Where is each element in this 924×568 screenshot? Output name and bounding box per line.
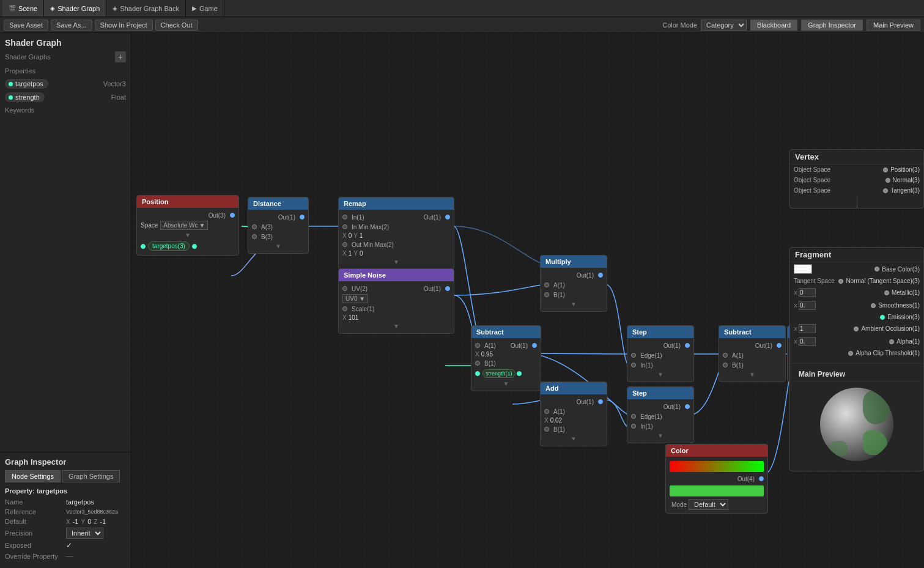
add-b-port[interactable] — [544, 427, 549, 432]
add-node[interactable]: Add Out(1) A(1) X 0.02 B(1) — [540, 382, 607, 446]
remap-expand[interactable]: ▼ — [339, 257, 454, 267]
vertex-port-2[interactable] — [883, 188, 888, 193]
targetpos-chip-label: targetpos(3) — [148, 242, 190, 251]
tab-shader-graph[interactable]: ◈ Shader Graph — [44, 0, 106, 17]
fragment-alpha-field[interactable] — [799, 337, 816, 346]
remap-node[interactable]: Remap In(1) Out(1) In Min Max(2) X 0 — [338, 197, 454, 270]
step1-out-port[interactable] — [685, 343, 690, 348]
step2-in-port[interactable] — [631, 424, 636, 429]
check-out-button[interactable]: Check Out — [155, 20, 198, 31]
sub2-out-port[interactable] — [777, 343, 782, 348]
save-as-button[interactable]: Save As... — [51, 20, 92, 31]
mul1-out-port[interactable] — [598, 273, 603, 278]
sub2-a-port[interactable] — [723, 353, 728, 358]
tab-shader-graph-back[interactable]: ◈ Shader Graph Back — [106, 0, 186, 17]
graph-inspector-button[interactable]: Graph Inspector — [801, 20, 863, 31]
show-in-project-button[interactable]: Show In Project — [95, 20, 153, 31]
subtract2-node[interactable]: Subtract Out(1) A(1) B(1) ▼ — [719, 325, 786, 382]
sub1-out-port[interactable] — [532, 343, 537, 348]
main-preview-button[interactable]: Main Preview — [867, 20, 920, 31]
color-mode-select[interactable]: Category — [701, 20, 747, 31]
mul1-b-port[interactable] — [544, 292, 549, 297]
graph-settings-tab[interactable]: Graph Settings — [62, 470, 120, 482]
gi-precision-select[interactable]: Inherit — [66, 528, 103, 539]
sub1-b-port[interactable] — [475, 361, 480, 366]
add-out-port[interactable] — [598, 399, 603, 404]
color-node[interactable]: Color Out(4) Mode Default — [665, 444, 768, 514]
tab-game[interactable]: ▶ Game — [186, 0, 224, 17]
noise-out-port[interactable] — [445, 286, 450, 291]
sub1-a-port[interactable] — [475, 343, 480, 348]
sub2-b-port[interactable] — [723, 363, 728, 367]
step2-out-port[interactable] — [685, 404, 690, 409]
position-space-dropdown[interactable]: Absolute Wc ▼ — [160, 221, 208, 230]
simple-noise-body: UV(2) Out(1) UV0 ▼ Scale(1) X 101 ▼ — [339, 281, 454, 333]
step2-node[interactable]: Step Out(1) Edge(1) In(1) ▼ — [627, 386, 694, 443]
fragment-port-metallic[interactable] — [884, 290, 889, 295]
strength-chip[interactable]: strength — [5, 92, 45, 102]
targetpos-chip[interactable]: targetpos — [5, 79, 48, 89]
fragment-port-alphaclip[interactable] — [848, 351, 853, 356]
node-settings-tab[interactable]: Node Settings — [5, 470, 61, 482]
multiply1-node[interactable]: Multiply Out(1) A(1) B(1) ▼ — [540, 255, 607, 312]
blackboard-button[interactable]: Blackboard — [750, 20, 797, 31]
distance-b-port[interactable] — [252, 234, 257, 239]
position-expand[interactable]: ▼ — [137, 231, 238, 240]
strength-chip-node[interactable]: strength(1) — [471, 368, 541, 379]
noise-scale-port[interactable] — [342, 306, 347, 311]
step2-expand[interactable]: ▼ — [627, 431, 693, 440]
remap-inminmax-port[interactable] — [342, 224, 347, 229]
position-node[interactable]: Position Out(3) Space Absolute Wc ▼ ▼ — [136, 195, 239, 256]
fragment-port-smooth[interactable] — [871, 303, 876, 308]
mul1-a-port[interactable] — [544, 282, 549, 287]
noise-uv-port[interactable] — [342, 286, 347, 291]
sub1-expand[interactable]: ▼ — [471, 379, 541, 388]
add-shader-graph-button[interactable]: + — [115, 51, 126, 62]
remap-outminmax-port[interactable] — [342, 242, 347, 247]
fragment-port-ao[interactable] — [854, 326, 859, 331]
distance-expand[interactable]: ▼ — [248, 242, 308, 251]
add-a-port[interactable] — [544, 409, 549, 414]
fragment-smooth-field[interactable] — [799, 301, 816, 310]
fragment-port-normal[interactable] — [838, 279, 843, 284]
vertex-port-0[interactable] — [883, 168, 888, 172]
step2-edge-port[interactable] — [631, 414, 636, 419]
fragment-normal-container: Normal (Tangent Space)(3) — [838, 278, 920, 284]
fragment-port-alpha[interactable] — [889, 339, 894, 344]
tab-scene[interactable]: 🎬 Scene — [2, 0, 44, 17]
noise-expand[interactable]: ▼ — [339, 322, 454, 331]
vertex-port-1[interactable] — [885, 178, 890, 183]
remap-out-port[interactable] — [445, 215, 450, 219]
fragment-ao-field[interactable] — [799, 324, 816, 333]
fragment-port-basecolor[interactable] — [874, 267, 879, 271]
color-out-port[interactable] — [759, 476, 764, 481]
fragment-ao-container: Ambient Occlusion(1) — [854, 325, 920, 332]
distance-a-port[interactable] — [252, 224, 257, 229]
targetpos-node-chip[interactable]: targetpos(3) — [137, 240, 238, 253]
fragment-port-emission[interactable] — [880, 315, 885, 320]
position-out-port[interactable] — [230, 213, 235, 218]
distance-out-port[interactable] — [300, 215, 305, 219]
mul1-expand[interactable]: ▼ — [541, 300, 607, 309]
remap-in-port[interactable] — [342, 215, 347, 219]
step1-edge-port[interactable] — [631, 353, 636, 358]
step1-node[interactable]: Step Out(1) Edge(1) In(1) ▼ — [627, 325, 694, 382]
fragment-metallic-field[interactable] — [799, 288, 816, 297]
base-color-swatch[interactable] — [794, 264, 812, 274]
gi-precision-row: Precision Inherit — [5, 528, 126, 539]
step1-in-port[interactable] — [631, 363, 636, 367]
step1-expand[interactable]: ▼ — [627, 370, 693, 379]
subtract1-node[interactable]: Subtract A(1) Out(1) X 0.95 B(1) — [471, 325, 541, 391]
add-expand[interactable]: ▼ — [541, 434, 607, 443]
gi-override-label: Override Property — [5, 553, 66, 560]
save-asset-button[interactable]: Save Asset — [4, 20, 48, 31]
strength-chip-out[interactable] — [517, 371, 522, 376]
color-mode-select[interactable]: Default — [689, 499, 728, 510]
targetpos-chip-out-port[interactable] — [192, 244, 197, 249]
left-panel: Shader Graph Shader Graphs + Properties … — [0, 33, 131, 568]
noise-uv-select[interactable]: UV0 ▼ — [342, 294, 368, 303]
sub2-expand[interactable]: ▼ — [719, 370, 785, 379]
simple-noise-node[interactable]: Simple Noise UV(2) Out(1) UV0 ▼ Scale(1) — [338, 268, 454, 334]
canvas-area[interactable]: Position Out(3) Space Absolute Wc ▼ ▼ — [131, 33, 924, 568]
distance-node[interactable]: Distance Out(1) A(3) B(3) ▼ — [248, 197, 309, 254]
